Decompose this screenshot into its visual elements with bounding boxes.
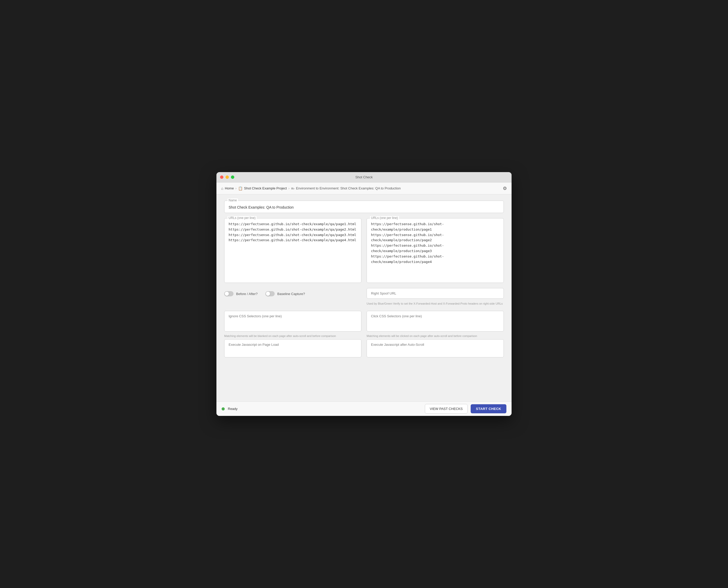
view-past-checks-button[interactable]: VIEW PAST CHECKS	[425, 404, 467, 414]
ignore-css-input[interactable]	[224, 311, 361, 332]
window-title: Shot Check	[355, 175, 373, 179]
js-page-load-input[interactable]	[224, 339, 361, 357]
ignore-css-box: Matching elements will be blanked on eac…	[224, 311, 361, 338]
js-auto-scroll-box	[367, 339, 504, 358]
app-window: Shot Check ⌂ Home › 📋 Shot Check Example…	[216, 172, 512, 416]
right-urls-input[interactable]	[371, 222, 499, 278]
toggles-column: Before / After? Baseline Capture?	[224, 288, 361, 296]
js-fields-row	[224, 339, 504, 358]
spoof-help-text: Used by Blue/Green Verify to set the X-F…	[367, 302, 504, 306]
navbar: ⌂ Home › 📋 Shot Check Example Project › …	[216, 183, 512, 194]
right-spoof-url-input[interactable]	[367, 288, 504, 299]
baseline-capture-toggle[interactable]	[265, 291, 275, 296]
right-urls-label: URLs (one per line)	[370, 216, 399, 220]
traffic-lights	[220, 175, 234, 179]
footer-bar: Ready VIEW PAST CHECKS START CHECK	[216, 401, 512, 416]
home-link[interactable]: Home	[225, 186, 234, 190]
click-css-box: Matching elements will be clicked on eac…	[367, 311, 504, 338]
baseline-capture-toggle-group: Baseline Capture?	[265, 291, 305, 296]
css-selectors-row: Matching elements will be blanked on eac…	[224, 311, 504, 338]
home-icon: ⌂	[221, 186, 223, 190]
left-urls-field: URLs (one per line)	[224, 218, 361, 283]
current-check-label: Environment to Environment: Shot Check E…	[296, 186, 401, 190]
baseline-capture-label: Baseline Capture?	[277, 292, 305, 296]
name-input[interactable]	[229, 205, 499, 209]
options-row: Before / After? Baseline Capture? Used b…	[224, 288, 504, 306]
right-urls-field: URLs (one per line)	[367, 218, 504, 283]
left-urls-label: URLs (one per line)	[228, 216, 256, 220]
status-dot	[222, 407, 225, 411]
project-icon: 📋	[238, 186, 243, 190]
ignore-css-help: Matching elements will be blanked on eac…	[224, 334, 361, 338]
name-label: Name	[228, 198, 238, 202]
click-css-input[interactable]	[367, 311, 504, 332]
js-auto-scroll-input[interactable]	[367, 339, 504, 357]
url-fields-row: URLs (one per line) URLs (one per line)	[224, 218, 504, 283]
js-page-load-box	[224, 339, 361, 358]
main-content: Name URLs (one per line) URLs (one per l…	[216, 194, 512, 401]
status-text: Ready	[228, 407, 238, 411]
before-after-toggle[interactable]	[224, 291, 233, 296]
left-urls-input[interactable]	[229, 222, 357, 278]
start-check-button[interactable]: START CHECK	[471, 404, 506, 413]
check-type-icon: ≡›	[291, 186, 294, 190]
before-after-label: Before / After?	[236, 292, 257, 296]
name-field-group: Name	[224, 201, 504, 213]
click-css-help: Matching elements will be clicked on eac…	[367, 334, 504, 338]
maximize-button[interactable]	[231, 175, 234, 179]
spoof-column: Used by Blue/Green Verify to set the X-F…	[367, 288, 504, 306]
titlebar: Shot Check	[216, 172, 512, 183]
breadcrumb-sep-2: ›	[288, 186, 289, 190]
settings-icon[interactable]: ⚙	[503, 186, 507, 191]
project-link[interactable]: Shot Check Example Project	[244, 186, 287, 190]
before-after-toggle-group: Before / After?	[224, 291, 257, 296]
minimize-button[interactable]	[226, 175, 229, 179]
breadcrumb-sep-1: ›	[235, 186, 236, 190]
close-button[interactable]	[220, 175, 224, 179]
